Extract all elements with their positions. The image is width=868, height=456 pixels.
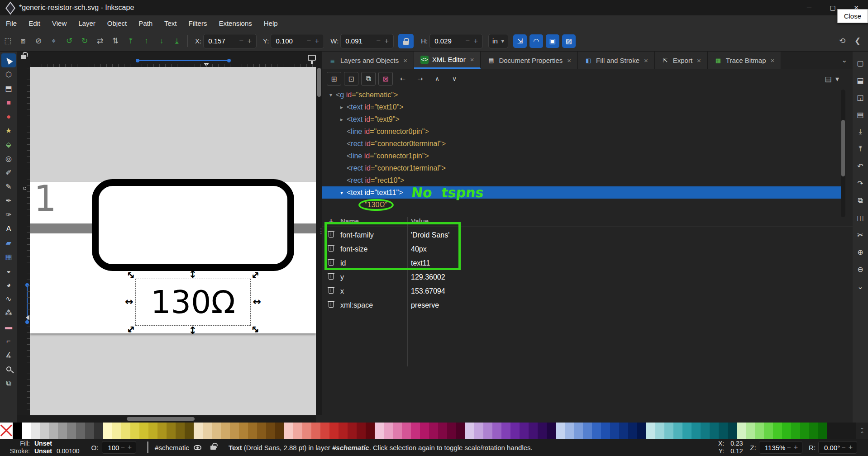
color-swatch[interactable]: [719, 423, 728, 439]
raise-icon[interactable]: ↑: [138, 34, 154, 48]
xml-node-row[interactable]: <rect id="connector1terminal">: [322, 162, 842, 174]
color-swatch[interactable]: [492, 423, 501, 439]
delete-attribute-button[interactable]: [329, 287, 334, 295]
xml-node-row[interactable]: ▾<g id="schematic">: [322, 89, 842, 101]
unindent-node-button[interactable]: ⇠: [396, 72, 410, 86]
guide-lock-icon[interactable]: [21, 55, 26, 59]
attribute-name[interactable]: x: [340, 287, 344, 295]
pages-tool[interactable]: ⧉: [1, 376, 16, 390]
color-swatch[interactable]: [130, 423, 139, 439]
width-value[interactable]: 0.091: [345, 37, 374, 45]
box-3d-tool[interactable]: ⬙: [1, 138, 16, 152]
color-swatch[interactable]: [40, 423, 49, 439]
zoom-field[interactable]: 1135% − +: [759, 441, 802, 454]
opacity-decrement[interactable]: −: [119, 443, 126, 451]
color-swatch[interactable]: [31, 423, 40, 439]
copy-icon[interactable]: ⧉: [854, 192, 867, 209]
menu-item[interactable]: Extensions: [213, 15, 258, 31]
color-swatch[interactable]: [239, 423, 248, 439]
horizontal-ruler[interactable]: [30, 52, 316, 67]
width-field[interactable]: 0.091 − +: [340, 34, 394, 48]
ruler-corner[interactable]: [17, 52, 30, 67]
xml-tree-scrollbar[interactable]: [841, 90, 845, 217]
rotate-cw-icon[interactable]: ↻: [77, 34, 92, 48]
zoom-decrement[interactable]: −: [785, 443, 792, 451]
redo-icon[interactable]: ↷: [854, 175, 867, 192]
connector-tool[interactable]: ⌐: [1, 334, 16, 348]
attribute-name[interactable]: xml:space: [340, 301, 373, 309]
y-value[interactable]: 0.100: [276, 37, 305, 45]
shape-builder-tool[interactable]: ⬒: [1, 81, 16, 95]
resistor-body-rect[interactable]: [92, 179, 294, 271]
color-swatch[interactable]: [601, 423, 610, 439]
color-swatch[interactable]: [339, 423, 348, 439]
gradient-tool[interactable]: ▰: [1, 236, 16, 250]
lower-icon[interactable]: ↓: [154, 34, 169, 48]
scale-handle-e[interactable]: ↔: [253, 297, 261, 307]
undo-icon[interactable]: ↶: [854, 157, 867, 175]
scale-handle-s[interactable]: ↔: [188, 326, 198, 334]
zoom-out-icon[interactable]: ⊖: [854, 261, 867, 278]
color-swatch[interactable]: [520, 423, 529, 439]
color-swatch[interactable]: [773, 423, 782, 439]
menu-item[interactable]: Edit: [23, 15, 46, 31]
color-swatch[interactable]: [438, 423, 447, 439]
rotation-field[interactable]: 0.00° − +: [818, 441, 857, 454]
color-swatch[interactable]: [483, 423, 492, 439]
color-swatch[interactable]: [221, 423, 230, 439]
pencil-tool[interactable]: ✎: [1, 180, 16, 194]
zoom-tool[interactable]: [1, 362, 16, 376]
color-swatch[interactable]: [637, 423, 646, 439]
cut-icon[interactable]: ✂: [854, 226, 867, 243]
fill-and-stroke[interactable]: ◧ Fill and Stroke ×: [578, 52, 655, 69]
color-swatch[interactable]: [230, 423, 239, 439]
menu-item[interactable]: Help: [258, 15, 284, 31]
color-swatch[interactable]: [402, 423, 411, 439]
color-swatch[interactable]: [556, 423, 565, 439]
height-value[interactable]: 0.029: [434, 37, 463, 45]
snap-bar-collapse-icon[interactable]: ❮: [850, 34, 865, 48]
connector0-pin-line[interactable]: [30, 223, 92, 233]
snap-settings-icon[interactable]: ⟲: [835, 34, 850, 48]
selection-bounding-box[interactable]: ↔ ↔ ↔ ↔ ↔ ↔ ↔ ↔: [135, 279, 251, 326]
no-color-swatch[interactable]: [0, 423, 13, 439]
color-swatch[interactable]: [746, 423, 755, 439]
color-swatch[interactable]: [728, 423, 737, 439]
x-value[interactable]: 0.157: [208, 37, 237, 45]
unit-dropdown[interactable]: in ▾: [488, 34, 508, 48]
color-swatch[interactable]: [348, 423, 357, 439]
layer-visibility-eye-icon[interactable]: [194, 445, 201, 450]
attribute-row[interactable]: xml:space preserve: [322, 298, 853, 312]
x-field[interactable]: 0.157 − +: [203, 34, 257, 48]
pin-number-text[interactable]: 1: [34, 178, 57, 219]
color-swatch[interactable]: [420, 423, 429, 439]
dropper-tool[interactable]: ◒: [1, 264, 16, 278]
chevron-up-icon[interactable]: ⌃: [860, 431, 864, 437]
color-swatch[interactable]: [302, 423, 311, 439]
color-swatch[interactable]: [538, 423, 547, 439]
rotation-decrement[interactable]: −: [840, 443, 847, 451]
color-swatch[interactable]: [565, 423, 574, 439]
paste-icon[interactable]: ◫: [854, 209, 867, 226]
zoom-in-icon[interactable]: ⊕: [854, 243, 867, 261]
color-swatch[interactable]: [456, 423, 465, 439]
deselect-icon[interactable]: ⊘: [31, 34, 46, 48]
color-swatch[interactable]: [257, 423, 266, 439]
raise-to-top-icon[interactable]: ⤒: [123, 34, 138, 48]
text-node-value[interactable]: "130Ω": [358, 199, 394, 211]
tab-close-icon[interactable]: ×: [470, 56, 474, 63]
color-swatch[interactable]: [429, 423, 438, 439]
color-swatch[interactable]: [248, 423, 257, 439]
color-swatch[interactable]: [610, 423, 619, 439]
color-swatch[interactable]: [628, 423, 637, 439]
menu-item[interactable]: View: [46, 15, 72, 31]
y-field[interactable]: 0.100 − +: [271, 34, 324, 48]
tab-close-icon[interactable]: ×: [644, 57, 648, 64]
scale-gradient-toggle[interactable]: ▣: [546, 34, 559, 48]
move-node-down-button[interactable]: ∨: [447, 72, 462, 86]
spray-tool[interactable]: ⁂: [1, 306, 16, 320]
menu-item[interactable]: File: [0, 15, 23, 31]
zoom-increment[interactable]: +: [792, 443, 799, 451]
y-decrement[interactable]: −: [305, 37, 313, 46]
color-swatch[interactable]: [85, 423, 94, 439]
